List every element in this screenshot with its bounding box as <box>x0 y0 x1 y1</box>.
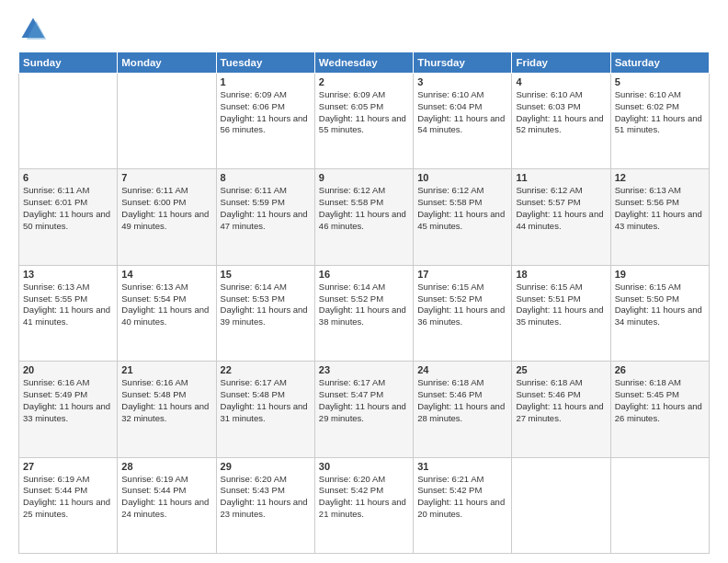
calendar-cell: 25Sunrise: 6:18 AMSunset: 5:46 PMDayligh… <box>512 362 610 457</box>
calendar-cell: 12Sunrise: 6:13 AMSunset: 5:56 PMDayligh… <box>610 169 709 265</box>
sunset-label: Sunset: 5:53 PM <box>221 293 285 304</box>
daylight-label: Daylight: 11 hours and 50 minutes. <box>23 209 110 231</box>
sunset-label: Sunset: 5:50 PM <box>615 293 679 304</box>
sunrise-label: Sunrise: 6:14 AM <box>221 282 287 292</box>
daylight-label: Daylight: 11 hours and 44 minutes. <box>516 209 603 231</box>
calendar-week-row: 20Sunrise: 6:16 AMSunset: 5:49 PMDayligh… <box>19 362 710 457</box>
calendar-cell: 30Sunrise: 6:20 AMSunset: 5:42 PMDayligh… <box>314 457 413 553</box>
cell-content: Sunrise: 6:13 AMSunset: 5:54 PMDaylight:… <box>121 282 211 328</box>
calendar-cell: 14Sunrise: 6:13 AMSunset: 5:54 PMDayligh… <box>118 265 216 361</box>
sunset-label: Sunset: 5:52 PM <box>319 293 383 304</box>
calendar-cell: 8Sunrise: 6:11 AMSunset: 5:59 PMDaylight… <box>216 169 314 265</box>
day-number: 4 <box>516 76 606 87</box>
calendar-cell: 21Sunrise: 6:16 AMSunset: 5:48 PMDayligh… <box>118 362 216 457</box>
sunrise-label: Sunrise: 6:15 AM <box>615 282 681 292</box>
cell-content: Sunrise: 6:19 AMSunset: 5:44 PMDaylight:… <box>23 474 113 521</box>
cell-content: Sunrise: 6:18 AMSunset: 5:46 PMDaylight:… <box>417 377 507 424</box>
daylight-label: Daylight: 11 hours and 54 minutes. <box>417 113 505 135</box>
header <box>18 15 710 44</box>
calendar-cell: 26Sunrise: 6:18 AMSunset: 5:45 PMDayligh… <box>610 362 709 457</box>
cell-content: Sunrise: 6:09 AMSunset: 6:05 PMDaylight:… <box>319 89 409 136</box>
daylight-label: Daylight: 11 hours and 46 minutes. <box>319 209 406 231</box>
cell-content: Sunrise: 6:15 AMSunset: 5:51 PMDaylight:… <box>516 282 606 328</box>
calendar-day-header: Saturday <box>610 52 709 74</box>
calendar-day-header: Monday <box>118 52 216 74</box>
sunrise-label: Sunrise: 6:18 AM <box>417 377 483 387</box>
calendar-table: SundayMondayTuesdayWednesdayThursdayFrid… <box>18 52 710 554</box>
daylight-label: Daylight: 11 hours and 21 minutes. <box>319 497 406 519</box>
sunset-label: Sunset: 5:44 PM <box>121 485 186 495</box>
cell-content: Sunrise: 6:10 AMSunset: 6:04 PMDaylight:… <box>417 89 507 136</box>
cell-content: Sunrise: 6:14 AMSunset: 5:52 PMDaylight:… <box>319 282 409 328</box>
sunset-label: Sunset: 6:05 PM <box>319 101 383 111</box>
sunrise-label: Sunrise: 6:18 AM <box>615 377 681 387</box>
sunrise-label: Sunrise: 6:16 AM <box>23 377 89 387</box>
cell-content: Sunrise: 6:18 AMSunset: 5:45 PMDaylight:… <box>615 377 705 424</box>
day-number: 1 <box>221 76 311 87</box>
sunrise-label: Sunrise: 6:10 AM <box>615 89 681 99</box>
calendar-cell: 31Sunrise: 6:21 AMSunset: 5:42 PMDayligh… <box>414 457 512 553</box>
sunset-label: Sunset: 5:45 PM <box>615 389 679 399</box>
daylight-label: Daylight: 11 hours and 35 minutes. <box>516 304 603 327</box>
day-number: 9 <box>319 172 409 183</box>
calendar-cell: 4Sunrise: 6:10 AMSunset: 6:03 PMDaylight… <box>512 74 610 169</box>
calendar-cell: 20Sunrise: 6:16 AMSunset: 5:49 PMDayligh… <box>19 362 118 457</box>
cell-content: Sunrise: 6:20 AMSunset: 5:43 PMDaylight:… <box>221 474 311 521</box>
cell-content: Sunrise: 6:17 AMSunset: 5:47 PMDaylight:… <box>319 377 409 424</box>
sunrise-label: Sunrise: 6:09 AM <box>319 89 385 99</box>
sunset-label: Sunset: 5:42 PM <box>319 485 383 495</box>
calendar-day-header: Tuesday <box>216 52 314 74</box>
calendar-cell: 28Sunrise: 6:19 AMSunset: 5:44 PMDayligh… <box>118 457 216 553</box>
sunset-label: Sunset: 5:55 PM <box>23 293 87 304</box>
sunset-label: Sunset: 5:58 PM <box>319 197 383 207</box>
cell-content: Sunrise: 6:09 AMSunset: 6:06 PMDaylight:… <box>221 89 311 136</box>
cell-content: Sunrise: 6:20 AMSunset: 5:42 PMDaylight:… <box>319 474 409 521</box>
cell-content: Sunrise: 6:13 AMSunset: 5:56 PMDaylight:… <box>615 185 705 232</box>
calendar-day-header: Wednesday <box>314 52 413 74</box>
page: SundayMondayTuesdayWednesdayThursdayFrid… <box>0 0 728 563</box>
sunset-label: Sunset: 5:46 PM <box>417 389 482 399</box>
calendar-cell: 10Sunrise: 6:12 AMSunset: 5:58 PMDayligh… <box>414 169 512 265</box>
sunrise-label: Sunrise: 6:20 AM <box>221 474 287 484</box>
sunset-label: Sunset: 5:48 PM <box>121 389 186 399</box>
calendar-week-row: 13Sunrise: 6:13 AMSunset: 5:55 PMDayligh… <box>19 265 710 361</box>
sunset-label: Sunset: 6:04 PM <box>417 101 482 111</box>
sunrise-label: Sunrise: 6:09 AM <box>221 89 287 99</box>
calendar-week-row: 27Sunrise: 6:19 AMSunset: 5:44 PMDayligh… <box>19 457 710 553</box>
daylight-label: Daylight: 11 hours and 49 minutes. <box>121 209 209 231</box>
calendar-day-header: Sunday <box>19 52 118 74</box>
day-number: 10 <box>417 172 507 183</box>
calendar-cell: 13Sunrise: 6:13 AMSunset: 5:55 PMDayligh… <box>19 265 118 361</box>
sunset-label: Sunset: 5:52 PM <box>417 293 482 304</box>
sunset-label: Sunset: 5:46 PM <box>516 389 580 399</box>
calendar-cell: 1Sunrise: 6:09 AMSunset: 6:06 PMDaylight… <box>216 74 314 169</box>
daylight-label: Daylight: 11 hours and 34 minutes. <box>615 304 702 327</box>
calendar-cell: 22Sunrise: 6:17 AMSunset: 5:48 PMDayligh… <box>216 362 314 457</box>
calendar-cell: 15Sunrise: 6:14 AMSunset: 5:53 PMDayligh… <box>216 265 314 361</box>
sunrise-label: Sunrise: 6:11 AM <box>221 185 287 195</box>
day-number: 15 <box>221 269 311 280</box>
day-number: 3 <box>417 76 507 87</box>
daylight-label: Daylight: 11 hours and 27 minutes. <box>516 401 603 423</box>
day-number: 11 <box>516 172 606 183</box>
sunset-label: Sunset: 5:59 PM <box>221 197 285 207</box>
day-number: 29 <box>221 461 311 472</box>
sunrise-label: Sunrise: 6:17 AM <box>221 377 287 387</box>
sunset-label: Sunset: 6:01 PM <box>23 197 87 207</box>
sunset-label: Sunset: 5:58 PM <box>417 197 482 207</box>
sunset-label: Sunset: 5:43 PM <box>221 485 285 495</box>
calendar-cell: 16Sunrise: 6:14 AMSunset: 5:52 PMDayligh… <box>314 265 413 361</box>
daylight-label: Daylight: 11 hours and 52 minutes. <box>516 113 603 135</box>
cell-content: Sunrise: 6:12 AMSunset: 5:58 PMDaylight:… <box>319 185 409 232</box>
cell-content: Sunrise: 6:12 AMSunset: 5:58 PMDaylight:… <box>417 185 507 232</box>
day-number: 13 <box>23 269 113 280</box>
cell-content: Sunrise: 6:11 AMSunset: 6:00 PMDaylight:… <box>121 185 211 232</box>
day-number: 30 <box>319 461 409 472</box>
sunrise-label: Sunrise: 6:13 AM <box>23 282 89 292</box>
sunrise-label: Sunrise: 6:14 AM <box>319 282 385 292</box>
daylight-label: Daylight: 11 hours and 38 minutes. <box>319 304 406 327</box>
day-number: 2 <box>319 76 409 87</box>
sunset-label: Sunset: 5:54 PM <box>121 293 186 304</box>
daylight-label: Daylight: 11 hours and 45 minutes. <box>417 209 505 231</box>
cell-content: Sunrise: 6:10 AMSunset: 6:03 PMDaylight:… <box>516 89 606 136</box>
